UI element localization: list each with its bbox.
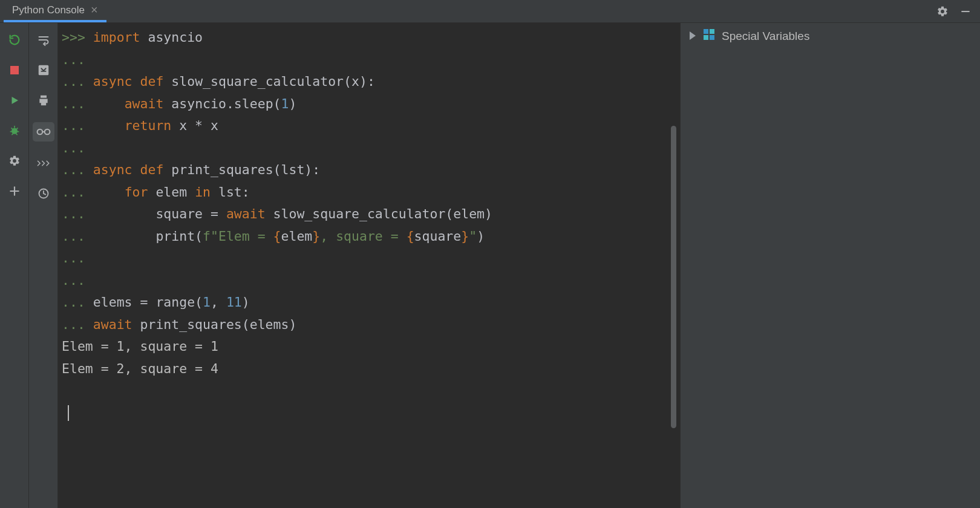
prompt: ... <box>62 115 93 137</box>
svg-rect-15 <box>704 35 708 40</box>
svg-marker-12 <box>690 31 696 40</box>
prompt: ... <box>62 159 93 181</box>
prompt: ... <box>62 49 93 71</box>
main-row: >>>import asyncio......async def slow_sq… <box>0 23 980 508</box>
left-toolbar-secondary <box>29 23 58 508</box>
output-line: Elem = 2, square = 4 <box>62 358 680 380</box>
soft-wrap-button[interactable] <box>34 31 53 48</box>
code-line: ... <box>62 247 680 270</box>
gear-icon[interactable] <box>936 5 949 18</box>
tab-bar: Python Console × <box>0 0 980 23</box>
console-pane[interactable]: >>>import asyncio......async def slow_sq… <box>58 23 681 508</box>
svg-rect-1 <box>10 66 19 74</box>
prompt: ... <box>62 226 93 248</box>
code-line: ...elems = range(1, 11) <box>62 291 680 314</box>
prompt: >>> <box>62 27 93 49</box>
settings-button[interactable] <box>5 152 24 169</box>
code-line: ... <box>62 49 680 71</box>
print-button[interactable] <box>34 92 53 109</box>
run-button[interactable] <box>5 92 24 109</box>
browse-history-button[interactable] <box>34 155 53 172</box>
show-vars-button[interactable] <box>33 122 54 142</box>
svg-point-8 <box>37 129 42 135</box>
svg-rect-14 <box>710 29 714 34</box>
stop-button[interactable] <box>5 62 24 79</box>
prompt: ... <box>62 181 93 204</box>
prompt: ... <box>62 314 93 336</box>
code-line: ... await asyncio.sleep(1) <box>62 93 680 116</box>
scrollbar[interactable] <box>671 126 676 428</box>
rerun-button[interactable] <box>5 31 24 48</box>
code-line: ... print(f"Elem = {elem}, square = {squ… <box>62 226 680 248</box>
code-line: ... <box>62 270 680 292</box>
code-line: ... for elem in lst: <box>62 181 680 204</box>
prompt: ... <box>62 247 93 270</box>
prompt: ... <box>62 270 93 292</box>
prompt: ... <box>62 93 93 116</box>
svg-point-9 <box>44 129 50 135</box>
history-button[interactable] <box>34 185 53 202</box>
prompt: ... <box>62 291 93 314</box>
code-line: ... <box>62 137 680 160</box>
code-line: ... square = await slow_square_calculato… <box>62 203 680 226</box>
debug-button[interactable] <box>5 122 24 139</box>
new-console-button[interactable] <box>5 183 24 200</box>
code-line: ...async def print_squares(lst): <box>62 159 680 181</box>
code-line: ... return x * x <box>62 115 680 137</box>
variables-pane: Special Variables <box>681 23 980 508</box>
code-line: ...async def slow_square_calculator(x): <box>62 71 680 93</box>
code-line: >>>import asyncio <box>62 27 680 49</box>
code-line: ...await print_squares(elems) <box>62 314 680 336</box>
prompt: ... <box>62 203 93 226</box>
tab-title: Python Console <box>12 4 85 16</box>
input-line[interactable] <box>62 402 680 421</box>
svg-rect-13 <box>704 29 708 34</box>
prompt: ... <box>62 137 93 160</box>
special-variables-row[interactable]: Special Variables <box>681 23 980 49</box>
svg-rect-16 <box>710 35 714 40</box>
caret <box>68 405 69 421</box>
close-icon[interactable]: × <box>91 3 98 17</box>
chevron-right-icon <box>689 30 696 43</box>
special-variables-label: Special Variables <box>722 30 809 43</box>
scroll-to-end-button[interactable] <box>34 62 53 79</box>
prompt: ... <box>62 71 93 93</box>
svg-marker-2 <box>11 97 18 104</box>
left-toolbar-primary <box>0 23 29 508</box>
output-line: Elem = 1, square = 1 <box>62 336 680 358</box>
grid-icon <box>704 29 714 43</box>
tab-python-console[interactable]: Python Console × <box>4 0 106 22</box>
minimize-icon[interactable] <box>959 5 972 18</box>
console-output[interactable]: >>>import asyncio......async def slow_sq… <box>58 23 680 508</box>
